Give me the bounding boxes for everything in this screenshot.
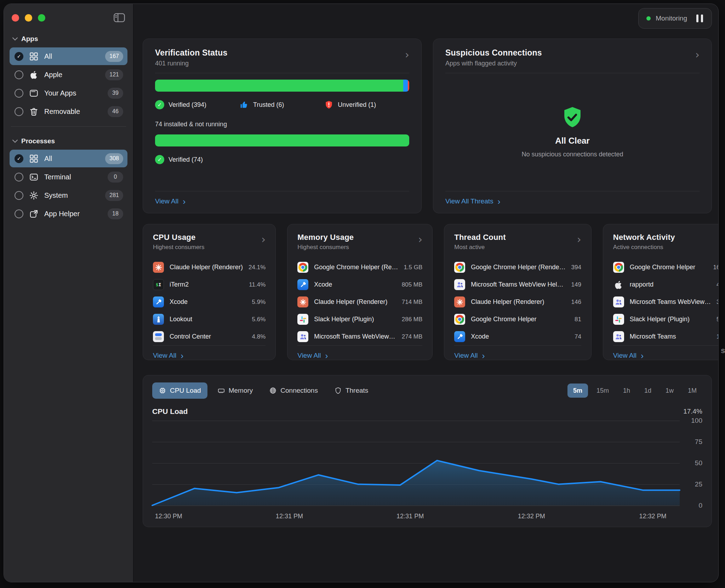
tab-cpu-load[interactable]: CPU Load [152, 382, 207, 399]
view-all-link[interactable]: View All › [297, 346, 422, 359]
range-15m[interactable]: 15m [591, 384, 615, 398]
process-row[interactable]: Claude Helper (Renderer) 24.1% [153, 259, 266, 276]
chevron-right-icon[interactable]: › [405, 51, 409, 59]
tab-connections[interactable]: Connections [263, 382, 324, 399]
process-row[interactable]: Slack Helper (Plugin) 5 conn [613, 311, 718, 328]
cpu-load-plot [152, 421, 680, 506]
legend-item-verified: ✓ Verified (394) [155, 100, 240, 109]
process-row[interactable]: Microsoft Teams WebView Hel… 149 [454, 276, 581, 293]
tab-memory[interactable]: Memory [211, 382, 259, 399]
teams-icon [613, 331, 624, 342]
chevron-right-icon: › [183, 198, 185, 205]
grid-icon [29, 154, 39, 163]
process-row[interactable]: Slack Helper (Plugin) 286 MB [297, 311, 422, 328]
process-row[interactable]: Lookout 5.6% [153, 311, 266, 328]
range-1h[interactable]: 1h [617, 384, 636, 398]
process-value: 24.1% [249, 264, 266, 271]
view-all-link[interactable]: View All › [613, 346, 718, 359]
sidebar-section-processes[interactable]: Processes [10, 134, 127, 149]
process-value: 805 MB [402, 281, 423, 288]
memory-usage-card: Memory Usage Highest consumers › Google … [287, 224, 433, 360]
x-tick: 12:31 PM [276, 513, 303, 520]
process-row[interactable]: Google Chrome Helper 81 [454, 311, 581, 328]
radio-unchecked[interactable] [15, 173, 23, 181]
xcode-icon [297, 279, 308, 290]
chevron-right-icon[interactable]: › [261, 236, 266, 243]
view-all-link[interactable]: View All › [153, 346, 266, 359]
legend-label: Trusted (6) [253, 101, 284, 109]
tab-threats[interactable]: Threats [328, 382, 375, 399]
range-1M[interactable]: 1M [682, 384, 702, 398]
installed-count-label: 74 installed & not running [155, 121, 409, 128]
process-row[interactable]: Claude Helper (Renderer) 714 MB [297, 293, 422, 311]
process-row[interactable]: Xcode 805 MB [297, 276, 422, 293]
process-name: Claude Helper (Renderer) [471, 298, 565, 306]
y-tick: 25 [695, 480, 702, 488]
view-all-threats-link[interactable]: View All Threats › [445, 191, 700, 205]
all-clear-shield-icon [561, 106, 583, 129]
radio-unchecked[interactable] [15, 89, 23, 98]
trash-icon [29, 107, 39, 116]
radio-checked[interactable]: ✓ [15, 52, 23, 61]
pause-button[interactable] [695, 13, 704, 24]
cpu-usage-card: CPU Usage Highest consumers › Claude Hel… [143, 224, 276, 360]
sidebar-item-processes-system[interactable]: System 281 [10, 186, 127, 204]
process-name: Xcode [170, 298, 246, 306]
radio-unchecked[interactable] [15, 191, 23, 200]
current-cpu-value: 17.4% [683, 408, 702, 415]
chrome-icon [454, 314, 465, 325]
close-window-button[interactable] [12, 14, 19, 22]
zoom-window-button[interactable] [38, 14, 45, 22]
range-5m[interactable]: 5m [567, 384, 588, 398]
radio-checked[interactable]: ✓ [15, 154, 23, 163]
process-value: 16 conn [713, 264, 718, 271]
sidebar-toggle-icon[interactable] [113, 13, 125, 23]
chart-title: CPU Load [152, 407, 702, 416]
sidebar-item-apps-all[interactable]: ✓ All 167 [10, 47, 127, 65]
y-tick: 100 [691, 417, 702, 425]
count-badge: 167 [105, 51, 123, 62]
sidebar-item-apps-your-apps[interactable]: Your Apps 39 [10, 84, 127, 102]
gear-icon [29, 191, 39, 200]
process-row[interactable]: rapportd 4 conn [613, 276, 718, 293]
process-row[interactable]: Google Chrome Helper (Rende… 394 [454, 259, 581, 276]
process-value: 11.4% [249, 281, 266, 288]
chevron-right-icon[interactable]: › [695, 51, 700, 59]
view-all-link[interactable]: View All › [155, 191, 409, 205]
legend-label: Verified (394) [169, 101, 206, 109]
process-row[interactable]: Google Chrome Helper (Re… 1.5 GB [297, 259, 422, 276]
sidebar-item-processes-all[interactable]: ✓ All 308 [10, 150, 127, 167]
radio-unchecked[interactable] [15, 70, 23, 79]
radio-unchecked[interactable] [15, 209, 23, 218]
section-title: Apps [21, 35, 38, 43]
chevron-right-icon[interactable]: › [418, 236, 422, 243]
verified-seal-icon: ✓ [155, 100, 164, 109]
sidebar-item-processes-terminal[interactable]: Terminal 0 [10, 168, 127, 186]
range-1d[interactable]: 1d [639, 384, 657, 398]
card-title: CPU Usage [153, 233, 261, 242]
control-center-icon [153, 331, 164, 342]
process-row[interactable]: Control Center 4.8% [153, 328, 266, 345]
view-all-link[interactable]: View All › [454, 346, 581, 359]
process-row[interactable]: Microsoft Teams WebView… 3 conn [613, 293, 718, 311]
process-row[interactable]: Google Chrome Helper 16 conn [613, 259, 718, 276]
card-title: Network Activity [613, 233, 718, 242]
process-row[interactable]: Claude Helper (Renderer) 146 [454, 293, 581, 311]
sidebar-section-apps[interactable]: Apps [10, 31, 127, 47]
count-badge: 39 [108, 88, 123, 99]
sidebar-item-apps-apple[interactable]: Apple 121 [10, 66, 127, 83]
sidebar-item-apps-removable[interactable]: Removable 46 [10, 103, 127, 120]
radio-unchecked[interactable] [15, 107, 23, 116]
process-row[interactable]: Microsoft Teams 1 conn [613, 328, 718, 345]
sidebar-item-processes-app-helper[interactable]: App Helper 18 [10, 205, 127, 223]
range-1w[interactable]: 1w [660, 384, 679, 398]
process-row[interactable]: Microsoft Teams WebView… 274 MB [297, 328, 422, 345]
legend-label: Unverified (1) [338, 101, 376, 109]
minimize-window-button[interactable] [25, 14, 32, 22]
process-row[interactable]: Xcode 5.9% [153, 293, 266, 311]
card-subtitle: Most active [454, 244, 577, 251]
process-row[interactable]: Xcode 74 [454, 328, 581, 345]
process-name: Lookout [170, 316, 246, 323]
process-row[interactable]: $I iTerm2 11.4% [153, 276, 266, 293]
chevron-right-icon[interactable]: › [577, 236, 581, 243]
